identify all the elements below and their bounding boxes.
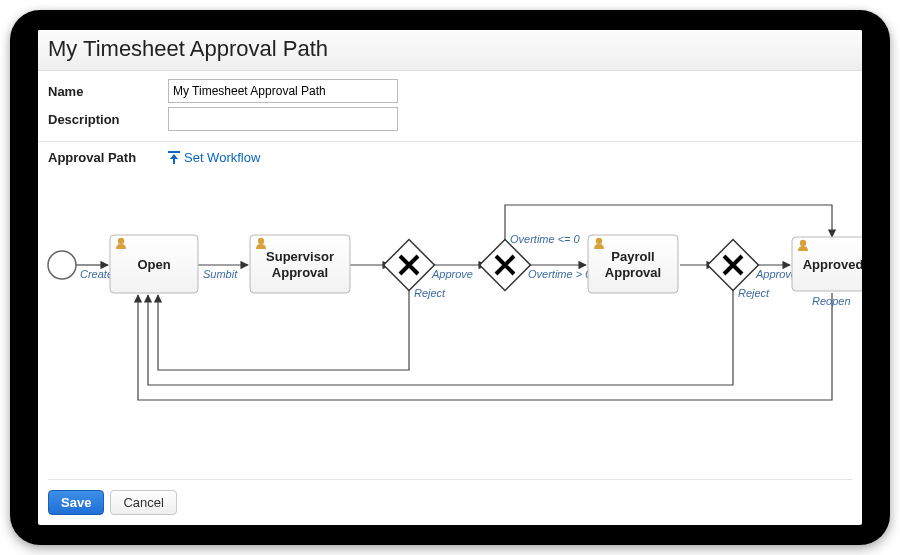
edge-label-create: Create xyxy=(80,268,113,280)
node-supervisor[interactable]: Supervisor Approval xyxy=(250,235,350,293)
node-payroll[interactable]: Payroll Approval xyxy=(588,235,678,293)
gateway-1[interactable] xyxy=(384,240,435,291)
node-open[interactable]: Open xyxy=(110,235,198,293)
svg-rect-16 xyxy=(588,235,678,293)
upload-icon xyxy=(168,151,180,165)
edge-label-reopen: Reopen xyxy=(812,295,851,307)
edge-label-reject2: Reject xyxy=(738,287,770,299)
save-button[interactable]: Save xyxy=(48,490,104,515)
svg-text:Open: Open xyxy=(137,257,170,272)
name-input[interactable] xyxy=(168,79,398,103)
start-event[interactable] xyxy=(48,251,76,279)
svg-text:Payroll: Payroll xyxy=(611,249,654,264)
edge-label-reject1: Reject xyxy=(414,287,446,299)
set-workflow-text: Set Workflow xyxy=(184,150,260,165)
node-approved[interactable]: Approved xyxy=(792,237,862,291)
set-workflow-link[interactable]: Set Workflow xyxy=(168,150,260,165)
svg-text:Approval: Approval xyxy=(272,265,328,280)
edge-label-approve1: Approve xyxy=(431,268,473,280)
svg-text:Approval: Approval xyxy=(605,265,661,280)
edge-label-submit: Sumbit xyxy=(203,268,238,280)
workflow-diagram: Create Sumbit Approve Reject Overtime <=… xyxy=(38,165,862,425)
description-input[interactable] xyxy=(168,107,398,131)
svg-rect-11 xyxy=(250,235,350,293)
svg-text:Approved: Approved xyxy=(803,257,862,272)
svg-text:Supervisor: Supervisor xyxy=(266,249,334,264)
page-title: My Timesheet Approval Path xyxy=(38,30,862,71)
approval-path-label: Approval Path xyxy=(48,150,168,165)
edge-label-ot-gt0: Overtime > 0 xyxy=(528,268,592,280)
gateway-3[interactable] xyxy=(708,240,759,291)
description-label: Description xyxy=(48,112,168,127)
cancel-button[interactable]: Cancel xyxy=(110,490,176,515)
name-label: Name xyxy=(48,84,168,99)
svg-rect-0 xyxy=(168,151,180,153)
edge-label-ot-le0: Overtime <= 0 xyxy=(510,233,581,245)
gateway-2[interactable] xyxy=(480,240,531,291)
edge-label-approve2: Approve xyxy=(755,268,797,280)
button-bar: Save Cancel xyxy=(48,479,852,515)
form-area: Name Description xyxy=(38,71,862,142)
